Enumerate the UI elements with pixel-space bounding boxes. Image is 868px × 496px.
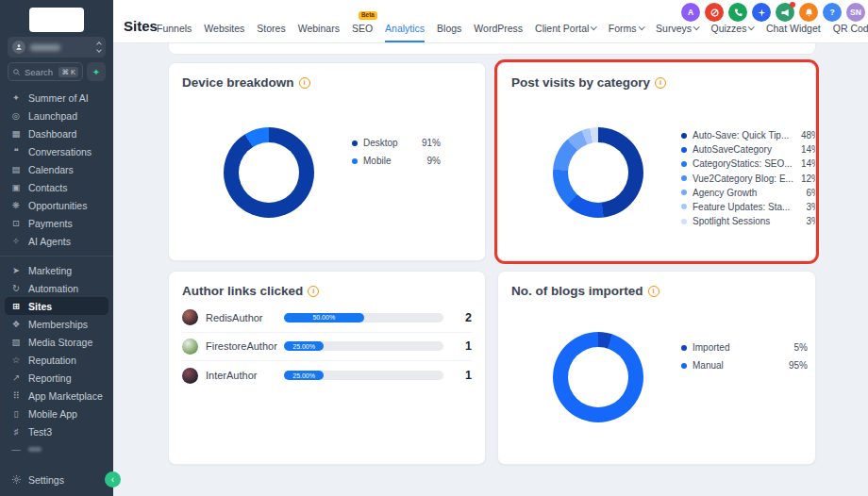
sidebar-item-label: App Marketplace: [28, 390, 103, 402]
sidebar-item-summer-of-ai[interactable]: ✦Summer of AI: [5, 89, 108, 107]
translate-icon[interactable]: A: [681, 3, 700, 22]
mobile-app-icon: ▯: [10, 408, 22, 419]
sidebar-item-label: Opportunities: [28, 200, 87, 211]
tab-label: Quizzes: [711, 23, 747, 34]
icon-glyph: ?: [829, 8, 834, 17]
sidebar-item-settings[interactable]: Settings: [5, 471, 108, 488]
phone-dialer-icon[interactable]: [728, 3, 747, 22]
tab-forms[interactable]: Forms: [609, 15, 643, 42]
tab-webinars[interactable]: Webinars: [298, 15, 340, 42]
content-area: Device breakdown i Desktop91%Mobile9% Po…: [113, 43, 868, 496]
search-row: Search ⌘ K ✦: [8, 62, 106, 81]
tab-seo[interactable]: SEOBeta: [352, 15, 373, 42]
legend-dot: [681, 190, 687, 195]
profile-avatar[interactable]: SN: [846, 3, 865, 22]
sidebar-item-ai-agents[interactable]: ✧AI Agents: [5, 232, 108, 250]
help-icon[interactable]: ?: [823, 3, 842, 22]
tab-funnels[interactable]: Funnels: [157, 15, 192, 42]
legend-row: Agency Growth6%: [681, 188, 816, 198]
sidebar-item-payments[interactable]: ⊡Payments: [5, 214, 108, 232]
integrations-icon[interactable]: [752, 3, 771, 22]
tab-label: QR Codes: [833, 23, 868, 34]
launchpad-icon: ◎: [10, 110, 22, 121]
sidebar-item-test3[interactable]: ♯Test3: [5, 422, 108, 440]
sidebar-group: ➤Marketing↻Automation⊞Sites❖Memberships▧…: [0, 256, 113, 458]
tab-websites[interactable]: Websites: [204, 15, 244, 42]
account-switcher[interactable]: [8, 37, 106, 58]
tab-stores[interactable]: Stores: [257, 15, 285, 42]
tab-label: Surveys: [656, 23, 692, 34]
tab-client-portal[interactable]: Client Portal: [535, 15, 596, 42]
green-sparkle-icon: ✦: [92, 67, 100, 77]
automation-icon: ↻: [10, 283, 22, 293]
post-visits-legend: Auto-Save: Quick Tip...48%AutoSaveCatego…: [681, 130, 816, 230]
ai-agents-icon: ✧: [10, 236, 22, 246]
main-area: Sites FunnelsWebsitesStoresWebinarsSEOBe…: [113, 0, 868, 496]
sidebar-item-hidden[interactable]: —: [5, 440, 108, 458]
sidebar-item-marketing[interactable]: ➤Marketing: [5, 261, 108, 279]
quick-add-button[interactable]: ✦: [87, 62, 106, 81]
author-progress-bar: 25.00%: [284, 341, 443, 351]
legend-label: Vue2Category Blog: E...: [693, 174, 793, 184]
author-click-count: 1: [443, 369, 472, 382]
tab-label: Client Portal: [535, 23, 589, 34]
tab-label: WordPress: [474, 23, 523, 34]
legend-label: Feature Updates: Sta...: [693, 202, 798, 212]
tab-wordpress[interactable]: WordPress: [474, 15, 523, 42]
sidebar-item-label: Calendars: [28, 164, 74, 175]
beta-badge: Beta: [359, 11, 377, 20]
sidebar-item-calendars[interactable]: ▤Calendars: [5, 160, 108, 178]
legend-row: Imported5%: [681, 342, 808, 353]
sidebar-item-label: Automation: [28, 283, 78, 294]
legend-row: Desktop91%: [352, 138, 441, 148]
sidebar-item-launchpad[interactable]: ◎Launchpad: [5, 107, 108, 124]
icon-glyph: A: [688, 8, 693, 17]
author-progress-fill: 25.00%: [284, 341, 324, 351]
sidebar-collapse-button[interactable]: ‹: [105, 471, 121, 488]
sidebar: Search ⌘ K ✦ ✦Summer of AI◎Launchpad▦Das…: [0, 0, 113, 496]
author-progress-bar: 50.00%: [284, 313, 443, 322]
tab-blogs[interactable]: Blogs: [437, 15, 461, 42]
legend-value: 14%: [801, 144, 816, 155]
blogs-imported-card: No. of blogs imported i Imported5%Manual…: [497, 271, 816, 465]
topbar-icon-buttons: A?SN: [681, 3, 865, 22]
sidebar-item-memberships[interactable]: ❖Memberships: [5, 315, 108, 333]
blurred-label: [28, 447, 42, 452]
sidebar-item-label: Payments: [28, 218, 73, 229]
legend-value: 95%: [789, 360, 808, 371]
sidebar-item-contacts[interactable]: ▣Contacts: [5, 178, 108, 196]
sidebar-item-conversations[interactable]: ❝Conversations: [5, 142, 108, 160]
author-avatar: [182, 368, 198, 384]
sidebar-item-sites[interactable]: ⊞Sites: [5, 297, 108, 315]
cards-grid: Device breakdown i Desktop91%Mobile9% Po…: [168, 62, 816, 465]
search-input[interactable]: Search ⌘ K: [8, 62, 83, 81]
announcements-icon[interactable]: [776, 3, 794, 22]
sidebar-item-automation[interactable]: ↻Automation: [5, 279, 108, 297]
sidebar-item-reporting[interactable]: ↗Reporting: [5, 369, 108, 387]
sidebar-item-app-marketplace[interactable]: ⠿App Marketplace: [5, 387, 108, 405]
sidebar-item-opportunities[interactable]: ❋Opportunities: [5, 196, 108, 214]
legend-label: Mobile: [363, 156, 420, 166]
legend-row: CategoryStatics: SEO...14%: [681, 158, 816, 169]
sidebar-item-dashboard[interactable]: ▦Dashboard: [5, 124, 108, 142]
sidebar-item-reputation[interactable]: ☆Reputation: [5, 351, 108, 369]
legend-value: 14%: [801, 158, 816, 169]
card-title: No. of blogs imported: [511, 284, 643, 298]
updates-icon[interactable]: [705, 3, 724, 22]
contacts-icon: ▣: [10, 182, 22, 192]
sidebar-item-label: Launchpad: [28, 110, 77, 122]
sidebar-item-label: Dashboard: [28, 128, 76, 140]
info-icon: i: [655, 77, 666, 89]
tab-analytics[interactable]: Analytics: [385, 15, 425, 42]
author-avatar: [182, 309, 198, 325]
chevron-down-icon: [749, 24, 755, 29]
legend-dot: [352, 158, 358, 164]
sidebar-item-label: AI Agents: [28, 236, 71, 247]
sidebar-item-media-storage[interactable]: ▧Media Storage: [5, 333, 108, 351]
legend-row: Vue2Category Blog: E...12%: [681, 174, 816, 184]
marketing-icon: ➤: [10, 265, 22, 275]
legend-row: Auto-Save: Quick Tip...48%: [681, 130, 816, 141]
notifications-icon[interactable]: [799, 3, 818, 22]
sidebar-item-mobile-app[interactable]: ▯Mobile App: [5, 405, 108, 422]
sidebar-settings: Settings: [0, 471, 113, 488]
